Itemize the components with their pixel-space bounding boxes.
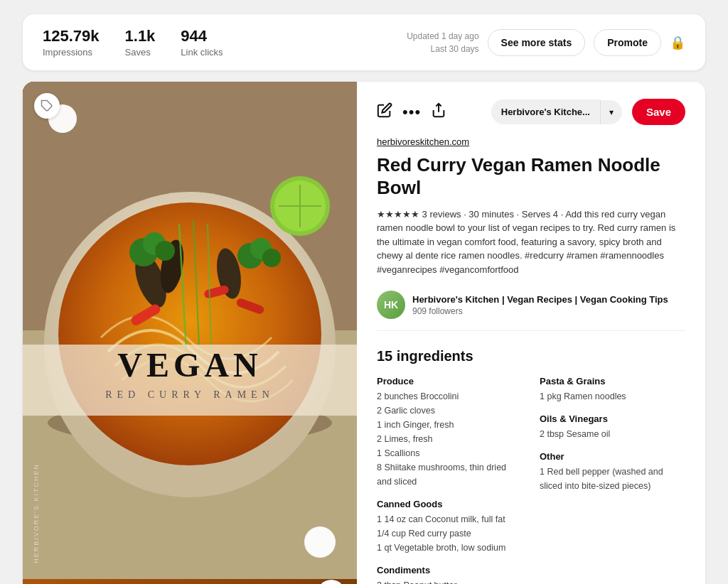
svg-point-15 [155, 241, 175, 261]
stats-bar: 125.79k Impressions 1.1k Saves 944 Link … [23, 14, 705, 70]
author-name: Herbivore's Kitchen | Vegan Recipes | Ve… [412, 294, 668, 306]
pin-image-column: VEGAN RED CURRY RAMEN HERBIVORE'S KITCHE… [23, 82, 357, 584]
ingredient-category: Condiments 2 tbsp Peanut butter [377, 565, 523, 584]
pin-image: VEGAN RED CURRY RAMEN HERBIVORE'S KITCHE… [23, 82, 357, 584]
stats-right: Updated 1 day ago Last 30 days See more … [407, 29, 685, 56]
pin-actions-row: ••• Herbivore's Kitche... ▾ Save [377, 99, 685, 125]
category-name: Condiments [377, 565, 523, 575]
link-clicks-value: 944 [181, 27, 223, 45]
category-name: Produce [377, 376, 523, 386]
ingredient-category: Canned Goods 1 14 oz can Coconut milk, f… [377, 499, 523, 555]
ingredient-item: 1/4 cup Red curry paste [377, 526, 523, 541]
board-selector: Herbivore's Kitche... ▾ [491, 99, 622, 124]
ingredient-item: 1 14 oz can Coconut milk, full fat [377, 512, 523, 526]
board-name-button[interactable]: Herbivore's Kitche... [491, 99, 600, 124]
pin-title: Red Curry Vegan Ramen Noodle Bowl [377, 154, 685, 198]
ingredient-item: 2 Limes, fresh [377, 432, 523, 446]
ingredient-item: 8 Shiitake mushrooms, thin dried and sli… [377, 460, 523, 489]
ingredient-category: Other 1 Red bell pepper (washed and slic… [540, 451, 685, 493]
impressions-stat: 125.79k Impressions [43, 27, 100, 58]
see-more-stats-button[interactable]: See more stats [488, 29, 586, 56]
lock-icon: 🔒 [670, 35, 685, 50]
ingredients-right-col: Pasta & Grains 1 pkg Ramen noodles Oils … [540, 376, 685, 584]
promote-button[interactable]: Promote [594, 29, 661, 56]
updated-line2: Last 30 days [431, 44, 479, 54]
updated-line1: Updated 1 day ago [407, 31, 478, 41]
saves-stat: 1.1k Saves [125, 27, 156, 58]
ingredient-item: 2 tbsp Peanut butter [377, 578, 523, 584]
svg-text:VEGAN: VEGAN [117, 346, 262, 384]
source-link[interactable]: herbivoreskitchen.com [377, 136, 685, 147]
author-row: HK Herbivore's Kitchen | Vegan Recipes |… [377, 291, 685, 331]
svg-text:RED CURRY RAMEN: RED CURRY RAMEN [105, 389, 274, 400]
stats-group: 125.79k Impressions 1.1k Saves 944 Link … [43, 27, 407, 58]
ingredient-category: Produce 2 bunches Broccolini2 Garlic clo… [377, 376, 523, 489]
ingredients-title: 15 ingredients [377, 348, 685, 364]
ingredient-item: 2 tbsp Sesame oil [540, 427, 685, 441]
category-name: Canned Goods [377, 499, 523, 509]
category-name: Oils & Vinegars [540, 413, 685, 424]
board-dropdown-button[interactable]: ▾ [600, 100, 622, 124]
ingredients-grid: Produce 2 bunches Broccolini2 Garlic clo… [377, 376, 685, 584]
category-name: Pasta & Grains [540, 376, 685, 386]
impressions-label: Impressions [43, 47, 100, 58]
saves-label: Saves [125, 47, 156, 58]
ingredient-item: 1 inch Ginger, fresh [377, 418, 523, 432]
pin-details-column: ••• Herbivore's Kitche... ▾ Save herbivo… [357, 82, 705, 584]
ingredient-item: 1 Red bell pepper (washed and sliced int… [540, 465, 685, 493]
author-followers: 909 followers [412, 306, 668, 316]
ingredient-item: 1 pkg Ramen noodles [540, 389, 685, 404]
scan-icon[interactable] [317, 580, 346, 584]
ingredient-category: Pasta & Grains 1 pkg Ramen noodles [540, 376, 685, 404]
svg-point-18 [262, 249, 281, 267]
impressions-value: 125.79k [43, 27, 100, 45]
svg-point-30 [304, 526, 336, 558]
share-icon[interactable] [431, 102, 446, 121]
svg-point-6 [58, 202, 321, 465]
pin-card: VEGAN RED CURRY RAMEN HERBIVORE'S KITCHE… [23, 82, 705, 584]
ingredient-category: Oils & Vinegars 2 tbsp Sesame oil [540, 413, 685, 441]
link-clicks-label: Link clicks [181, 47, 223, 58]
saves-value: 1.1k [125, 27, 156, 45]
ingredient-item: 2 Garlic cloves [377, 404, 523, 418]
watermark-text: HERBIVORE'S KITCHEN [33, 463, 40, 563]
edit-icon[interactable] [377, 102, 392, 121]
ingredient-item: 1 qt Vegetable broth, low sodium [377, 541, 523, 555]
author-avatar: HK [377, 291, 405, 319]
ingredient-item: 1 Scallions [377, 446, 523, 460]
updated-text: Updated 1 day ago Last 30 days [407, 30, 478, 55]
ingredients-section: 15 ingredients Produce 2 bunches Broccol… [377, 348, 685, 584]
pin-description: ★★★★★ 3 reviews · 30 minutes · Serves 4 … [377, 207, 685, 277]
ingredients-left-col: Produce 2 bunches Broccolini2 Garlic clo… [377, 376, 523, 584]
ingredient-item: 2 bunches Broccolini [377, 389, 523, 404]
more-options-icon[interactable]: ••• [402, 103, 421, 121]
save-button[interactable]: Save [632, 99, 685, 125]
author-info: Herbivore's Kitchen | Vegan Recipes | Ve… [412, 294, 668, 316]
link-clicks-stat: 944 Link clicks [181, 27, 223, 58]
category-name: Other [540, 451, 685, 462]
